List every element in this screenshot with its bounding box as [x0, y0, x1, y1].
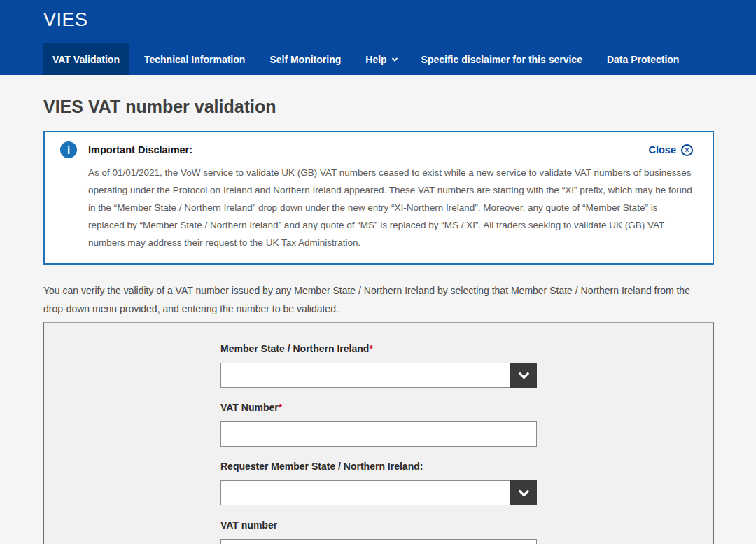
info-icon: i — [60, 141, 77, 158]
dropdown-button[interactable] — [510, 363, 537, 388]
requester-vat-number-field: VAT number — [220, 519, 537, 544]
member-state-label: Member State / Northern Ireland* — [220, 343, 537, 354]
nav-tab-label: Help — [365, 54, 386, 65]
member-state-field: Member State / Northern Ireland* — [220, 343, 537, 388]
nav-tab-label: Technical Information — [144, 54, 245, 65]
member-state-select[interactable] — [220, 363, 537, 388]
vat-number-input[interactable] — [220, 421, 537, 447]
requester-vat-number-label: VAT number — [220, 519, 537, 531]
nav-tab-help[interactable]: Help — [356, 43, 405, 75]
nav-tab-label: Specific disclaimer for this service — [421, 54, 582, 65]
requester-member-state-select[interactable] — [220, 480, 537, 505]
chevron-down-icon — [391, 55, 397, 61]
intro-text: You can verify the validity of a VAT num… — [43, 281, 715, 318]
nav-tab-technical-information[interactable]: Technical Information — [135, 43, 254, 75]
vat-validation-form: Member State / Northern Ireland* VAT Num… — [43, 322, 714, 544]
main-content: VIES VAT number validation i Important D… — [0, 97, 756, 544]
nav-tab-label: Self Monitoring — [270, 54, 341, 65]
nav-tab-label: VAT Validation — [52, 54, 120, 65]
vat-number-field: VAT Number* — [220, 402, 537, 447]
requester-vat-number-input[interactable] — [220, 539, 537, 544]
required-marker: * — [369, 343, 372, 354]
requester-member-state-label: Requester Member State / Northern Irelan… — [220, 461, 537, 472]
requester-member-state-field: Requester Member State / Northern Irelan… — [220, 461, 537, 505]
vat-number-label: VAT Number* — [220, 402, 537, 413]
nav-tab-self-monitoring[interactable]: Self Monitoring — [260, 43, 350, 75]
main-nav: VAT Validation Technical Information Sel… — [43, 43, 756, 75]
nav-tab-data-protection[interactable]: Data Protection — [598, 43, 688, 75]
required-marker: * — [279, 402, 282, 413]
chevron-down-icon — [518, 368, 529, 379]
disclaimer-heading: Important Disclaimer: — [88, 144, 649, 155]
dropdown-button[interactable] — [510, 480, 537, 505]
page-title: VIES VAT number validation — [43, 97, 756, 117]
nav-tab-specific-disclaimer[interactable]: Specific disclaimer for this service — [412, 43, 592, 75]
disclaimer-box: i Important Disclaimer: Close × As of 01… — [43, 131, 714, 265]
chevron-down-icon — [518, 485, 529, 496]
close-icon: × — [681, 144, 693, 156]
disclaimer-body: As of 01/01/2021, the VoW service to val… — [88, 164, 693, 251]
close-button-label: Close — [649, 144, 677, 155]
app-title[interactable]: VIES — [43, 9, 88, 31]
nav-tab-label: Data Protection — [607, 54, 679, 65]
app-header: VIES VAT Validation Technical Informatio… — [0, 0, 756, 75]
nav-tab-vat-validation[interactable]: VAT Validation — [43, 43, 129, 75]
disclaimer-header: i Important Disclaimer: Close × — [60, 141, 693, 158]
close-button[interactable]: Close × — [649, 144, 694, 156]
